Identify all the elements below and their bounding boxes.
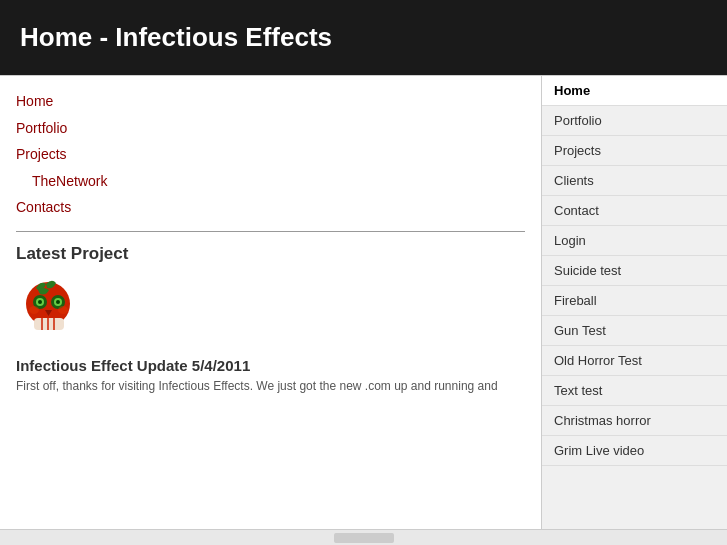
update-text: First off, thanks for visiting Infectiou… bbox=[16, 378, 525, 395]
sidebar-item-home[interactable]: Home bbox=[542, 76, 727, 106]
sidebar-item-contact[interactable]: Contact bbox=[542, 196, 727, 226]
latest-project-label: Latest Project bbox=[16, 244, 525, 264]
page-header: Home - Infectious Effects bbox=[0, 0, 727, 75]
nav-link-projects[interactable]: Projects bbox=[16, 141, 525, 168]
nav-links: HomePortfolioProjectsTheNetworkContacts bbox=[16, 88, 525, 221]
sidebar-item-gun-test[interactable]: Gun Test bbox=[542, 316, 727, 346]
skull-container bbox=[16, 274, 525, 347]
skull-image bbox=[16, 274, 81, 344]
sidebar-item-text-test[interactable]: Text test bbox=[542, 376, 727, 406]
sidebar-item-old-horror-test[interactable]: Old Horror Test bbox=[542, 346, 727, 376]
sidebar-item-clients[interactable]: Clients bbox=[542, 166, 727, 196]
bottom-scrollbar[interactable] bbox=[334, 533, 394, 543]
svg-rect-7 bbox=[34, 318, 64, 330]
svg-point-6 bbox=[56, 300, 60, 304]
sidebar-item-fireball[interactable]: Fireball bbox=[542, 286, 727, 316]
update-title: Infectious Effect Update 5/4/2011 bbox=[16, 357, 525, 374]
svg-point-12 bbox=[58, 306, 68, 314]
header-title: Home - Infectious Effects bbox=[20, 22, 332, 53]
nav-link-contacts[interactable]: Contacts bbox=[16, 194, 525, 221]
nav-divider bbox=[16, 231, 525, 232]
nav-link-home[interactable]: Home bbox=[16, 88, 525, 115]
sidebar-item-login[interactable]: Login bbox=[542, 226, 727, 256]
sidebar-item-grim-live-video[interactable]: Grim Live video bbox=[542, 436, 727, 466]
sidebar-item-suicide-test[interactable]: Suicide test bbox=[542, 256, 727, 286]
svg-point-5 bbox=[38, 300, 42, 304]
bottom-bar bbox=[0, 529, 727, 545]
sidebar-item-christmas-horror[interactable]: Christmas horror bbox=[542, 406, 727, 436]
nav-link-portfolio[interactable]: Portfolio bbox=[16, 115, 525, 142]
sidebar-item-projects[interactable]: Projects bbox=[542, 136, 727, 166]
svg-point-11 bbox=[29, 306, 39, 314]
sidebar-item-portfolio[interactable]: Portfolio bbox=[542, 106, 727, 136]
main-layout: HomePortfolioProjectsTheNetworkContacts … bbox=[0, 75, 727, 529]
nav-link-thenetwork[interactable]: TheNetwork bbox=[16, 168, 525, 195]
sidebar[interactable]: HomePortfolioProjectsClientsContactLogin… bbox=[542, 76, 727, 529]
content-area: HomePortfolioProjectsTheNetworkContacts … bbox=[0, 76, 542, 529]
